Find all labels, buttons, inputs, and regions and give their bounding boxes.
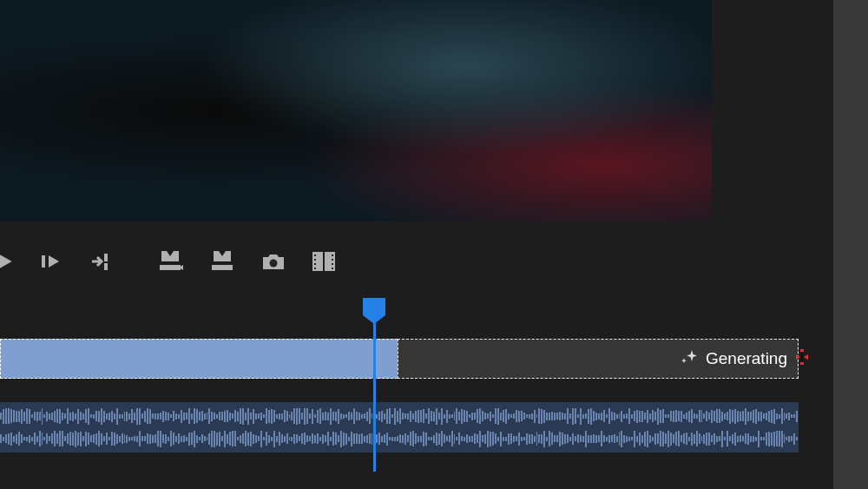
svg-rect-6 xyxy=(312,252,323,271)
timeline-video-track[interactable]: Generating xyxy=(0,339,799,382)
svg-rect-11 xyxy=(314,268,316,269)
playhead-marker[interactable] xyxy=(363,298,385,315)
next-edit-icon xyxy=(89,251,115,272)
svg-rect-17 xyxy=(800,362,804,365)
svg-rect-1 xyxy=(104,254,108,261)
right-sidebar-panel xyxy=(833,0,868,489)
svg-rect-15 xyxy=(332,268,333,269)
video-preview-panel[interactable] xyxy=(0,0,712,221)
svg-rect-2 xyxy=(104,263,108,270)
next-edit-button[interactable] xyxy=(89,251,115,272)
overwrite-button[interactable] xyxy=(208,249,236,274)
step-forward-icon xyxy=(40,251,64,272)
svg-rect-12 xyxy=(332,254,333,256)
svg-rect-4 xyxy=(212,265,233,270)
svg-rect-10 xyxy=(314,263,316,265)
svg-rect-16 xyxy=(800,349,804,352)
svg-rect-8 xyxy=(314,254,316,256)
svg-point-5 xyxy=(270,260,278,268)
generating-clip[interactable]: Generating xyxy=(398,339,799,379)
svg-rect-13 xyxy=(332,259,333,261)
sparkle-icon xyxy=(680,348,699,369)
svg-rect-3 xyxy=(160,265,181,270)
export-frame-button[interactable] xyxy=(260,251,286,272)
svg-rect-14 xyxy=(332,263,333,265)
video-clip[interactable] xyxy=(0,339,398,379)
play-icon xyxy=(0,250,16,273)
overwrite-icon xyxy=(208,249,236,274)
generating-label: Generating xyxy=(706,349,787,368)
svg-rect-9 xyxy=(314,259,316,261)
play-button[interactable] xyxy=(0,250,16,273)
svg-rect-0 xyxy=(42,255,45,268)
comparison-icon xyxy=(311,250,337,273)
comparison-view-button[interactable] xyxy=(311,250,337,273)
step-forward-button[interactable] xyxy=(40,251,64,272)
svg-rect-7 xyxy=(325,252,335,271)
insert-icon xyxy=(156,249,184,274)
playhead-line[interactable] xyxy=(373,298,376,472)
trim-cursor-icon[interactable] xyxy=(794,347,810,370)
transport-toolbar xyxy=(0,246,712,277)
insert-button[interactable] xyxy=(156,249,184,274)
audio-waveform xyxy=(0,402,799,453)
camera-icon xyxy=(260,251,286,272)
timeline-audio-track[interactable] xyxy=(0,402,799,453)
video-frame xyxy=(0,0,712,221)
